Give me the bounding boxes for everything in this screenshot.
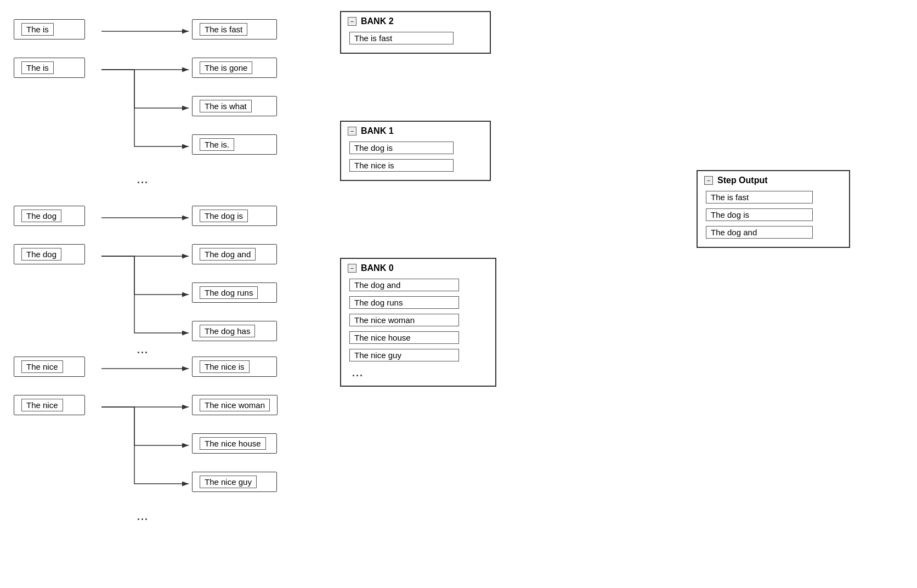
bank-1-title: BANK 1 <box>361 126 394 136</box>
tgt-token-11: The nice house <box>192 433 277 454</box>
tgt-token-4: The is. <box>192 134 277 155</box>
bank-2-panel: − BANK 2 The is fast <box>340 11 491 54</box>
bank-0-header: − BANK 0 <box>348 263 489 273</box>
src-token-5: The nice <box>14 357 85 377</box>
bank-0-row-4: The nice guy <box>348 348 489 363</box>
bank-0-row-3: The nice house <box>348 330 489 345</box>
bank-1-header: − BANK 1 <box>348 126 483 136</box>
tgt-token-6: The dog and <box>192 244 277 264</box>
dots-1: ... <box>137 174 149 186</box>
bank-2-title: BANK 2 <box>361 16 394 26</box>
src-token-3: The dog <box>14 206 85 226</box>
tgt-token-9: The nice is <box>192 357 277 377</box>
tgt-token-7: The dog runs <box>192 282 277 303</box>
src-token-6: The nice <box>14 395 85 415</box>
main-container: The is The is The dog The dog The nice <box>0 0 917 588</box>
tgt-token-3: The is what <box>192 96 277 116</box>
tgt-token-5: The dog is <box>192 206 277 226</box>
bank-0-dots: ... <box>348 365 489 381</box>
bank-1-panel: − BANK 1 The dog is The nice is <box>340 121 491 181</box>
src-token-2-inner: The is <box>21 61 54 74</box>
bank-0-panel: − BANK 0 The dog and The dog runs The ni… <box>340 258 496 387</box>
tgt-token-12: The nice guy <box>192 472 277 492</box>
tgt-token-10: The nice woman <box>192 395 278 415</box>
step-output-collapse[interactable]: − <box>704 176 713 185</box>
bank-0-row-0: The dog and <box>348 278 489 292</box>
bank-2-collapse[interactable]: − <box>348 17 356 26</box>
src-token-6-inner: The nice <box>21 399 63 411</box>
bank-0-row-1: The dog runs <box>348 295 489 310</box>
src-token-5-inner: The nice <box>21 360 63 373</box>
src-token-4: The dog <box>14 244 85 264</box>
bank-1-row-0: The dog is <box>348 140 483 155</box>
step-output-title: Step Output <box>717 176 768 185</box>
bank-1-row-1: The nice is <box>348 158 483 173</box>
step-output-panel: − Step Output The is fast The dog is The… <box>697 170 850 248</box>
src-token-4-inner: The dog <box>21 248 61 261</box>
src-token-3-inner: The dog <box>21 210 61 222</box>
step-output-row-2: The dog and <box>704 225 842 240</box>
bank-0-row-2: The nice woman <box>348 313 489 327</box>
tgt-token-1: The is fast <box>192 19 277 39</box>
bank-0-title: BANK 0 <box>361 263 394 273</box>
tgt-token-2: The is gone <box>192 58 277 78</box>
bank-1-collapse[interactable]: − <box>348 127 356 135</box>
src-token-2: The is <box>14 58 85 78</box>
dots-3: ... <box>137 511 149 523</box>
bank-2-row-0: The is fast <box>348 31 483 46</box>
src-token-1: The is <box>14 19 85 39</box>
dots-2: ... <box>137 344 149 356</box>
tgt-token-8: The dog has <box>192 321 277 341</box>
src-token-1-inner: The is <box>21 23 54 36</box>
bank-2-header: − BANK 2 <box>348 16 483 26</box>
step-output-row-0: The is fast <box>704 190 842 205</box>
step-output-header: − Step Output <box>704 176 842 185</box>
bank-0-collapse[interactable]: − <box>348 264 356 273</box>
step-output-row-1: The dog is <box>704 207 842 222</box>
